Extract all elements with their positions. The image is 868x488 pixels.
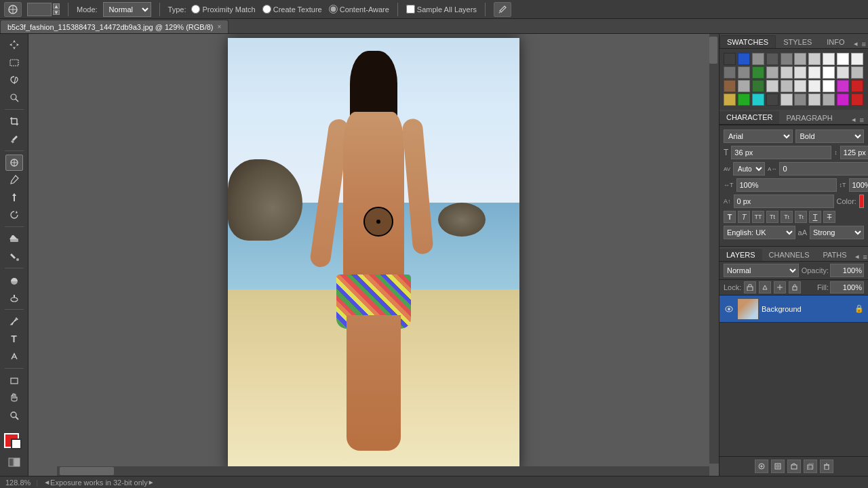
file-tab[interactable]: b5c3f_fashion_115388473_14472db9a3.jpg @… <box>0 20 229 33</box>
color-swatch[interactable] <box>837 53 849 65</box>
image-canvas[interactable] <box>228 38 519 472</box>
quick-mask-btn[interactable] <box>5 454 23 470</box>
shape-tool-btn[interactable] <box>5 372 23 388</box>
color-swatch[interactable] <box>794 94 806 106</box>
color-swatch[interactable] <box>851 94 863 106</box>
vertical-scrollbar[interactable] <box>709 34 719 464</box>
color-swatch[interactable] <box>823 53 835 65</box>
language-select[interactable]: English: UK <box>724 226 795 239</box>
layer-visibility-toggle[interactable] <box>724 304 734 314</box>
layer-mode-select[interactable]: Normal Multiply Screen <box>724 264 799 277</box>
color-swatch[interactable] <box>781 80 793 92</box>
delete-layer-btn[interactable] <box>820 460 833 473</box>
eraser-tool-btn[interactable] <box>5 230 23 247</box>
font-size-input[interactable] <box>731 146 831 159</box>
font-style-select[interactable]: Bold <box>795 129 865 143</box>
color-swatch[interactable] <box>752 94 764 106</box>
lock-position-btn[interactable] <box>774 281 786 293</box>
mode-select[interactable]: Normal Replace Multiply <box>103 2 151 17</box>
create-texture-option[interactable]: Create Texture <box>262 5 322 14</box>
eyedropper-tool-btn[interactable] <box>5 131 23 147</box>
color-swatch[interactable] <box>794 66 806 79</box>
brush-size-control[interactable]: 25 ▲ ▼ <box>27 3 60 16</box>
color-swatch[interactable] <box>808 66 821 79</box>
scale-v-input[interactable] <box>849 178 869 192</box>
pen-tool-btn[interactable] <box>5 313 23 329</box>
horizontal-scrollbar[interactable] <box>57 466 709 476</box>
color-swatch[interactable] <box>851 53 863 65</box>
dodge-tool-btn[interactable] <box>5 289 23 306</box>
sample-all-layers-checkbox[interactable] <box>406 5 415 14</box>
color-swatch[interactable] <box>837 80 849 92</box>
lock-all-btn[interactable] <box>789 281 801 293</box>
healing-brush-tool-btn[interactable] <box>5 155 23 171</box>
proximity-match-option[interactable]: Proximity Match <box>191 5 255 14</box>
color-swatch[interactable] <box>781 94 793 106</box>
sample-all-layers-option[interactable]: Sample All Layers <box>406 5 477 14</box>
color-swatch[interactable] <box>781 66 793 79</box>
eyedropper-mode-icon[interactable] <box>494 2 511 17</box>
color-swatch[interactable] <box>823 66 835 79</box>
status-arrow-left[interactable]: ◄ <box>43 479 50 486</box>
color-swatch[interactable] <box>808 94 821 106</box>
blur-tool-btn[interactable] <box>5 272 23 288</box>
brush-size-input[interactable]: 25 <box>27 3 52 16</box>
color-swatch[interactable] <box>738 53 750 65</box>
color-swatch[interactable] <box>794 53 806 65</box>
zoom-tool-btn[interactable] <box>5 407 23 424</box>
char-menu-icon[interactable]: ≡ <box>859 116 865 124</box>
expand-icon[interactable]: ≡ <box>861 40 867 48</box>
color-swatch[interactable] <box>724 94 736 106</box>
tab-info[interactable]: INFO <box>819 35 852 48</box>
color-swatch[interactable] <box>766 53 778 65</box>
lasso-tool-btn[interactable] <box>5 72 23 88</box>
type-tool-btn[interactable]: T <box>5 331 23 347</box>
new-layer-btn[interactable] <box>804 460 817 473</box>
tab-paragraph[interactable]: PARAGRAPH <box>779 112 839 124</box>
antialiasing-select[interactable]: Strong Sharp Smooth <box>810 226 864 239</box>
history-brush-btn[interactable] <box>5 207 23 223</box>
color-swatch[interactable] <box>837 66 849 79</box>
tracking-input[interactable] <box>779 162 868 176</box>
lock-transparent-btn[interactable] <box>744 281 756 293</box>
tab-styles[interactable]: STYLES <box>776 35 819 48</box>
layers-menu-icon[interactable]: ≡ <box>862 253 868 261</box>
new-group-btn[interactable] <box>787 460 801 473</box>
color-swatch[interactable] <box>724 53 736 65</box>
color-swatch[interactable] <box>752 66 764 79</box>
color-swatch[interactable] <box>752 80 764 92</box>
color-swatch[interactable] <box>808 80 821 92</box>
lock-pixels-btn[interactable] <box>759 281 771 293</box>
color-swatch[interactable] <box>766 94 778 106</box>
bold-btn[interactable]: T <box>724 211 736 223</box>
color-swatch[interactable] <box>823 94 835 106</box>
layers-collapse-icon[interactable]: ◂ <box>854 252 861 261</box>
clone-stamp-btn[interactable] <box>5 189 23 205</box>
kerning-select[interactable]: Auto <box>733 162 765 176</box>
tab-paths[interactable]: PATHS <box>816 249 854 261</box>
color-swatch[interactable] <box>752 53 764 65</box>
color-swatch[interactable] <box>738 94 750 106</box>
baseline-input[interactable] <box>734 195 834 208</box>
color-swatch[interactable] <box>851 66 863 79</box>
layer-item-background[interactable]: Background 🔒 <box>719 296 868 323</box>
all-caps-btn[interactable]: TT <box>752 211 764 223</box>
italic-btn[interactable]: T <box>738 211 750 223</box>
color-swatch[interactable] <box>837 94 849 106</box>
vertical-scroll-thumb[interactable] <box>709 37 717 64</box>
collapse-icon[interactable]: ◂ <box>852 39 859 48</box>
color-swatch[interactable] <box>823 80 835 92</box>
status-arrow-right[interactable]: ► <box>148 479 155 486</box>
canvas-area[interactable] <box>28 34 719 476</box>
tab-swatches[interactable]: SWATCHES <box>719 35 776 48</box>
content-aware-option[interactable]: Content-Aware <box>329 5 389 14</box>
brush-tool-btn[interactable] <box>5 172 23 188</box>
superscript-btn[interactable]: Tt <box>781 211 793 223</box>
color-swatch[interactable] <box>724 66 736 79</box>
create-texture-radio[interactable] <box>262 5 271 14</box>
horizontal-scroll-thumb[interactable] <box>60 467 114 475</box>
scale-h-input[interactable] <box>736 178 837 192</box>
small-caps-btn[interactable]: Tt <box>766 211 778 223</box>
char-collapse-icon[interactable]: ◂ <box>850 115 857 124</box>
color-swatch[interactable] <box>766 66 778 79</box>
